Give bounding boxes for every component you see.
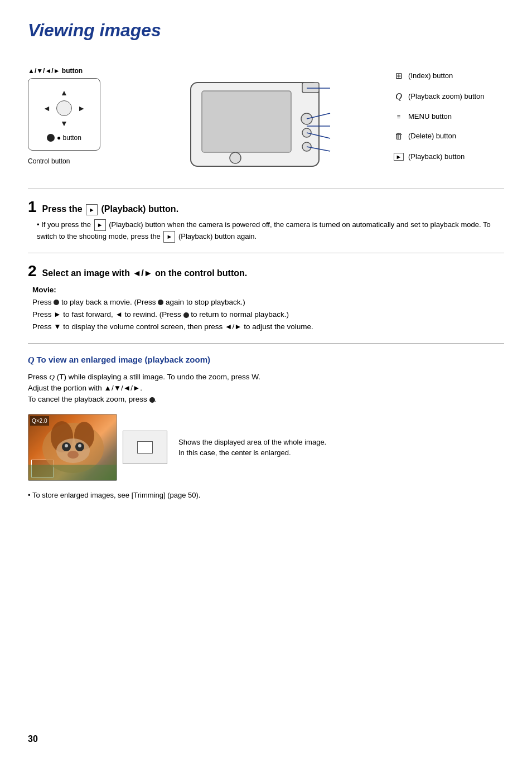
divider-3 [28,343,504,344]
bullet-inline-3 [183,312,189,318]
dpad-right-arrow: ► [78,103,85,114]
step-2-heading: 2 Select an image with ◄/► on the contro… [28,263,504,280]
playback-note-icon2: ► [163,231,175,243]
bullet-inline-2 [158,300,163,305]
step-1-heading: 1 Press the ► (Playback) button. [28,199,504,216]
dpad-center [56,100,72,116]
dpad-down-arrow: ▼ [60,118,68,129]
zoom-images-row: Q×2.0 Shows the displ [28,414,504,481]
bullet-inline-4 [149,397,155,403]
dog-photo: Q×2.0 [28,414,117,481]
playback-inline-icon: ► [86,204,98,216]
thumbnail-selection [137,441,153,454]
svg-point-18 [65,444,68,447]
annotation-delete: 🗑 (Delete) button [393,130,504,143]
zoom-heading-text: To view an enlarged image (playback zoom… [37,354,210,367]
zoom-icon-label: Q [393,90,405,103]
zoom-caption-line1: Shows the displayed area of the whole im… [178,437,326,448]
zoom-line-1: Press Q (T) while displaying a still ima… [28,372,504,383]
dpad-up-arrow: ▲ [60,87,68,99]
bullet-button-label: ● button [57,133,81,143]
zoom-caption: Shows the displayed area of the whole im… [178,437,326,459]
step-1-section: 1 Press the ► (Playback) button. • If yo… [28,199,504,243]
zoom-section: Q To view an enlarged image (playback zo… [28,354,504,501]
annotations-list: ⊞ (Index) button Q (Playback zoom) butto… [393,70,504,163]
menu-icon: ≡ [393,112,405,122]
press-line-3: Press ▼ to display the volume control sc… [32,321,504,332]
control-bottom-label: Control button [28,156,70,166]
delete-icon: 🗑 [393,130,405,143]
divider-1 [28,189,504,189]
svg-point-6 [230,152,241,163]
annotation-playback: ► (Playback) button [393,150,504,163]
annotation-playback-label: (Playback) button [408,151,465,162]
bullet-icon [47,134,55,142]
annotation-index-label: (Index) button [408,70,453,81]
annotation-menu-label: MENU button [408,111,452,122]
index-icon: ⊞ [393,70,405,83]
svg-rect-21 [28,465,117,481]
annotation-index: ⊞ (Index) button [393,70,504,83]
step-1-text: Press the ► (Playback) button. [42,202,179,216]
thumbnail-overview [123,431,167,464]
press-line-2: Press ► to fast forward, ◄ to rewind. (P… [32,309,504,320]
dpad: ▲ ▼ ◄ ► [42,86,86,131]
zoom-footnote: • To store enlarged images, see [Trimmin… [28,490,504,501]
step-2-number: 2 [28,263,37,279]
playback-note-icon: ► [94,219,106,231]
step-1-number: 1 [28,199,37,215]
bullet-inline-1 [54,300,59,305]
movie-label: Movie: [32,285,504,296]
svg-rect-2 [302,83,319,93]
annotation-zoom-label: (Playback zoom) button [408,91,485,102]
svg-point-20 [67,451,79,459]
divider-2 [28,253,504,253]
zoom-section-icon: Q [28,354,35,367]
playback-icon: ► [393,150,405,163]
page-title: Viewing images [28,17,504,44]
zoom-body: Press Q (T) while displaying a still ima… [28,372,504,406]
step-2-text: Select an image with ◄/► on the control … [42,267,248,280]
dog-svg [28,414,117,481]
page-number: 30 [28,732,38,746]
dpad-left-arrow: ◄ [43,103,51,114]
control-button-diagram: ▲/▼/◄/► button ▲ ▼ ◄ ► ● button Control … [28,66,100,166]
control-box: ▲ ▼ ◄ ► ● button [28,78,100,151]
camera-diagram [112,60,381,172]
annotation-menu: ≡ MENU button [393,111,504,122]
svg-point-19 [78,444,81,447]
zoom-line-3: To cancel the playback zoom, press . [28,394,504,405]
annotation-playback-zoom: Q (Playback zoom) button [393,90,504,103]
step-2-body: Movie: Press to play back a movie. (Pres… [32,285,504,333]
press-line-1: Press to play back a movie. (Press again… [32,297,504,308]
step-1-note: • If you press the ► (Playback) button w… [37,219,504,243]
annotation-delete-label: (Delete) button [408,131,456,142]
control-button-label: ▲/▼/◄/► button [28,66,83,76]
zoom-q-icon: Q [49,373,55,381]
zoom-line-2: Adjust the portion with ▲/▼/◄/►. [28,383,504,394]
camera-svg [157,60,336,172]
svg-rect-1 [202,91,291,152]
zoom-caption-line2: In this case, the center is enlarged. [178,447,326,459]
bullet-button-row: ● button [47,133,81,143]
zoom-heading: Q To view an enlarged image (playback zo… [28,354,504,367]
diagram-section: ▲/▼/◄/► button ▲ ▼ ◄ ► ● button Control … [28,60,504,172]
step-2-section: 2 Select an image with ◄/► on the contro… [28,263,504,333]
